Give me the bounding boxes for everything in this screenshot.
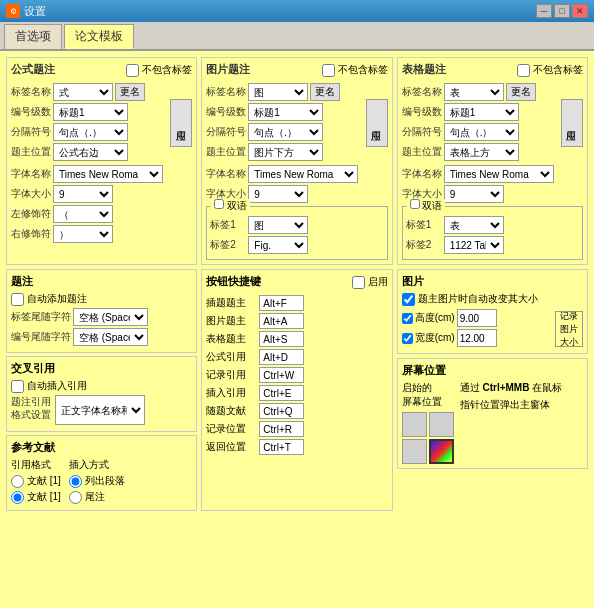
image-size-select[interactable]: 9 [248, 185, 308, 203]
app-icon: ⚙ [6, 4, 20, 18]
table-caption-section: 表格题注 不包含标签 标签名称 表 更名 编号级数 [397, 57, 588, 265]
minimize-btn[interactable]: ─ [536, 4, 552, 18]
table-pos-select[interactable]: 表格上方 [444, 143, 519, 161]
screen-pos-section: 屏幕位置 启始的 屏幕位置 通过 Ct [397, 358, 588, 469]
height-checkbox[interactable] [402, 313, 413, 324]
bib-format-radio1[interactable] [11, 475, 24, 488]
shortcut-key-3: Alt+D [259, 349, 304, 365]
image-font-select[interactable]: Times New Roma [248, 165, 358, 183]
table-no-tag-checkbox[interactable] [517, 64, 530, 77]
formula-level-select[interactable]: 标题1 [53, 103, 128, 121]
bottom-left: 题注 自动添加题注 标签尾随字符 空格 (Space 编号尾随字符 空格 (Sp… [6, 269, 197, 511]
image-tag-label: 标签名称 [206, 85, 246, 99]
close-btn[interactable]: ✕ [572, 4, 588, 18]
shortcut-label-7: 记录位置 [206, 422, 256, 436]
lock-size-btn[interactable]: 记录 图片 大小 [555, 311, 583, 347]
bib-format-label: 引用格式 [11, 458, 61, 472]
formula-right-deco-select[interactable]: ） [53, 225, 113, 243]
key-label: Ctrl+MMB [482, 382, 529, 393]
screen-pos-tl[interactable] [402, 412, 427, 437]
shortcut-key-1: Alt+A [259, 313, 304, 329]
screen-pos-bl[interactable] [402, 439, 427, 464]
formula-left-deco-select[interactable]: （ [53, 205, 113, 223]
shortcut-row: 插入引用 Ctrl+E [206, 385, 387, 401]
table-label1-select[interactable]: 表 [444, 216, 504, 234]
image-label2-label: 标签2 [210, 238, 246, 252]
shortcut-label-8: 返回位置 [206, 440, 256, 454]
screen-pos-br[interactable] [429, 439, 454, 464]
shortcut-key-7: Ctrl+R [259, 421, 304, 437]
table-level-select[interactable]: 标题1 [444, 103, 519, 121]
formula-caption-section: 公式题注 不包含标签 标签名称 式 更名 编号级数 [6, 57, 197, 265]
image-update-btn[interactable]: 更名 [310, 83, 340, 101]
footnote-title: 题注 [11, 274, 192, 289]
height-input[interactable] [457, 309, 497, 327]
bib-insert-opt1: 列出段落 [85, 474, 125, 488]
image-no-tag-checkbox[interactable] [322, 64, 335, 77]
auto-insert-label: 自动插入引用 [27, 379, 87, 393]
auto-resize-checkbox[interactable] [402, 293, 415, 306]
image-sep-select[interactable]: 句点（.） [248, 123, 323, 141]
table-apply-btn[interactable]: 应用 [561, 99, 583, 147]
cross-format-select[interactable]: 正文字体名称和 [55, 395, 145, 425]
image-label2-select[interactable]: Fig. [248, 236, 308, 254]
maximize-btn[interactable]: □ [554, 4, 570, 18]
formula-size-select[interactable]: 9 [53, 185, 113, 203]
tab-template[interactable]: 论文模板 [64, 24, 134, 49]
shortcuts-enable-checkbox[interactable] [352, 276, 365, 289]
screen-pos-tr[interactable] [429, 412, 454, 437]
table-caption-title: 表格题注 [402, 62, 446, 77]
image-label1-select[interactable]: 图 [248, 216, 308, 234]
popup-label: 启始的 屏幕位置 [402, 381, 454, 409]
width-checkbox[interactable] [402, 333, 413, 344]
table-dual-checkbox[interactable] [410, 199, 420, 209]
tag-end-label: 标签尾随字符 [11, 310, 71, 324]
table-sep-select[interactable]: 句点（.） [444, 123, 519, 141]
formula-update-btn[interactable]: 更名 [115, 83, 145, 101]
bib-format-opt1: 文献 [1] [27, 474, 61, 488]
image-apply-btn[interactable]: 应用 [366, 99, 388, 147]
formula-no-tag-checkbox[interactable] [126, 64, 139, 77]
image-pos-select[interactable]: 图片下方 [248, 143, 323, 161]
table-font-select[interactable]: Times New Roma [444, 165, 554, 183]
auto-insert-checkbox[interactable] [11, 380, 24, 393]
image-tag-select[interactable]: 图 [248, 83, 308, 101]
formula-caption-title: 公式题注 [11, 62, 55, 77]
window-title: 设置 [24, 4, 46, 19]
table-label2-select[interactable]: 1122 Table [444, 236, 504, 254]
picture-section: 图片 题主图片时自动改变其大小 高度(cm) 宽度(cm) [397, 269, 588, 354]
formula-size-label: 字体大小 [11, 187, 51, 201]
bib-format-radio2[interactable] [11, 491, 24, 504]
image-dual-checkbox[interactable] [214, 199, 224, 209]
shortcut-label-6: 随题文献 [206, 404, 256, 418]
main-content: 公式题注 不包含标签 标签名称 式 更名 编号级数 [0, 51, 594, 608]
num-end-select[interactable]: 空格 (Space [73, 328, 148, 346]
table-size-select[interactable]: 9 [444, 185, 504, 203]
formula-no-tag-label: 不包含标签 [142, 63, 192, 77]
formula-font-select[interactable]: Times New Roma [53, 165, 163, 183]
shortcut-row: 表格题主 Alt+S [206, 331, 387, 347]
auto-add-caption-checkbox[interactable] [11, 293, 24, 306]
image-font-label: 字体名称 [206, 167, 246, 181]
width-input[interactable] [457, 329, 497, 347]
formula-apply-btn[interactable]: 应用 [170, 99, 192, 147]
formula-pos-label: 题主位置 [11, 145, 51, 159]
formula-level-label: 编号级数 [11, 105, 51, 119]
shortcuts-enable-label: 启用 [368, 275, 388, 289]
bib-insert-radio2[interactable] [69, 491, 82, 504]
table-update-btn[interactable]: 更名 [506, 83, 536, 101]
image-pos-label: 题主位置 [206, 145, 246, 159]
auto-resize-label: 题主图片时自动改变其大小 [418, 292, 538, 306]
bib-insert-radio1[interactable] [69, 475, 82, 488]
tag-end-select[interactable]: 空格 (Space [73, 308, 148, 326]
height-label: 高度(cm) [415, 311, 455, 325]
table-tag-select[interactable]: 表 [444, 83, 504, 101]
screen-pos-title: 屏幕位置 [402, 363, 583, 378]
formula-tag-select[interactable]: 式 [53, 83, 113, 101]
image-level-select[interactable]: 标题1 [248, 103, 323, 121]
via-label: 通过 Ctrl+MMB 在鼠标 [460, 381, 583, 395]
formula-sep-select[interactable]: 句点（.） [53, 123, 128, 141]
tab-preferences[interactable]: 首选项 [4, 24, 62, 49]
image-sep-label: 分隔符号 [206, 125, 246, 139]
formula-pos-select[interactable]: 公式右边 [53, 143, 128, 161]
